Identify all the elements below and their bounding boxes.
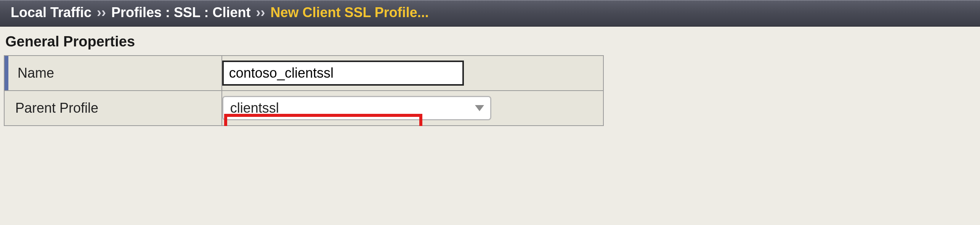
breadcrumb-separator-icon: ›› (97, 5, 106, 21)
row-name: Name (4, 56, 603, 91)
chevron-down-icon (475, 105, 484, 111)
parent-profile-select[interactable]: clientssl (222, 96, 491, 120)
name-label: Name (5, 56, 54, 90)
breadcrumb-root[interactable]: Local Traffic (11, 5, 91, 21)
breadcrumb-path[interactable]: Profiles : SSL : Client (111, 5, 250, 21)
field-cell-name (222, 56, 603, 91)
breadcrumb: Local Traffic ›› Profiles : SSL : Client… (0, 0, 980, 27)
breadcrumb-current: New Client SSL Profile... (270, 5, 428, 21)
field-cell-parent: clientssl (222, 91, 603, 126)
name-input[interactable] (222, 61, 464, 86)
active-row-indicator (5, 56, 8, 90)
row-parent-profile: Parent Profile clientssl (4, 91, 603, 126)
label-cell-parent: Parent Profile (4, 91, 222, 126)
breadcrumb-separator-icon: ›› (256, 5, 265, 21)
label-cell-name: Name (4, 56, 222, 91)
parent-profile-selected-value: clientssl (230, 100, 279, 116)
properties-table: Name Parent Profile clientssl (4, 55, 604, 126)
parent-profile-label: Parent Profile (5, 91, 98, 125)
section-title: General Properties (0, 27, 980, 55)
form-area: Name Parent Profile clientssl (0, 55, 980, 126)
